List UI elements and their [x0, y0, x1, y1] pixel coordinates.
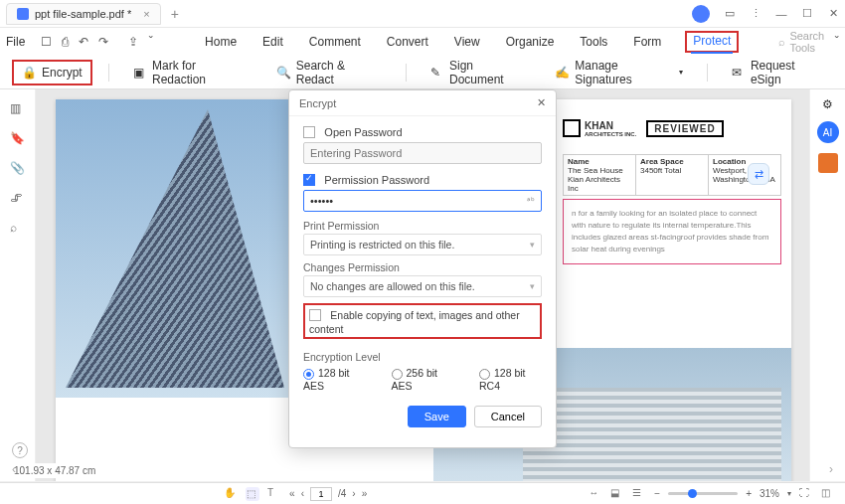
titlebar: ppt file-sample.pdf * × + ▭ ⋮ — ☐ ✕ — [0, 0, 845, 28]
left-sidebar: ▥ 🔖 📎 🖇 ⌕ — [0, 89, 36, 481]
menu-comment[interactable]: Comment — [307, 31, 363, 53]
enable-copying-checkbox[interactable] — [309, 309, 321, 321]
chevron-down-icon[interactable]: ˇ — [148, 34, 153, 50]
app-badge[interactable] — [818, 153, 838, 173]
last-page-button[interactable]: » — [362, 488, 368, 499]
encryption-level-label: Encryption Level — [303, 351, 542, 363]
more-icon[interactable]: ⋮ — [750, 8, 761, 20]
menu-edit[interactable]: Edit — [260, 31, 285, 53]
select-tool-icon[interactable]: ⬚ — [246, 487, 259, 501]
window-icon[interactable]: ▭ — [724, 8, 736, 20]
scroll-right-button[interactable]: › — [829, 462, 833, 476]
fullscreen-icon[interactable]: ⛶ — [799, 487, 813, 501]
help-button[interactable]: ? — [12, 442, 28, 458]
esign-icon: ✉ — [732, 66, 745, 80]
search-placeholder: Search Tools — [789, 30, 824, 54]
cancel-button[interactable]: Cancel — [474, 406, 542, 427]
menubar: File ☐ ⎙ ↶ ↷ ⇪ ˇ Home Edit Comment Conve… — [0, 28, 845, 56]
fit-width-icon[interactable]: ↔ — [589, 487, 602, 501]
open-password-label: Open Password — [324, 126, 402, 138]
reading-mode-icon[interactable]: ☰ — [632, 487, 646, 501]
menu-expand-icon[interactable]: ˇ — [834, 34, 839, 50]
lock-icon: 🔒 — [22, 66, 36, 80]
search-panel-icon[interactable]: ⌕ — [10, 221, 26, 237]
minimize-button[interactable]: — — [775, 8, 787, 20]
thumbnails-icon[interactable]: ▥ — [10, 101, 26, 117]
redo-icon[interactable]: ↷ — [98, 34, 108, 50]
input-icon[interactable]: ᵃᵇ — [527, 196, 535, 206]
statusbar: ✋ ⬚ T « ‹ /4 › » ↔ ⬓ ☰ − + 31% ▾ ⛶ ◫ — [0, 482, 845, 504]
zoom-dropdown-icon[interactable]: ▾ — [787, 489, 791, 498]
encryption-128rc4-radio[interactable]: 128 bit RC4 — [479, 367, 542, 392]
encrypt-label: Encrypt — [42, 66, 83, 80]
menu-tools[interactable]: Tools — [578, 31, 609, 53]
document-tab[interactable]: ppt file-sample.pdf * × — [6, 3, 161, 25]
add-tab-button[interactable]: + — [171, 6, 179, 22]
permission-password-input[interactable]: •••••• ᵃᵇ — [303, 190, 542, 212]
file-menu[interactable]: File — [6, 35, 25, 49]
attachments-icon[interactable]: 📎 — [10, 161, 26, 177]
chevron-down-icon: ▾ — [530, 281, 535, 291]
bookmarks-icon[interactable]: 🔖 — [10, 131, 26, 147]
fit-page-icon[interactable]: ⬓ — [610, 487, 624, 501]
menu-protect[interactable]: Protect — [691, 30, 733, 54]
search-tools[interactable]: ⌕ Search Tools — [778, 30, 824, 54]
search-redact-button[interactable]: 🔍 Search & Redact — [268, 55, 390, 90]
changes-permission-label: Changes Permission — [303, 261, 542, 273]
close-window-button[interactable]: ✕ — [827, 8, 839, 20]
permission-password-checkbox[interactable] — [303, 174, 315, 186]
dialog-close-button[interactable]: ✕ — [537, 96, 546, 109]
undo-icon[interactable]: ↶ — [79, 34, 88, 50]
save-button[interactable]: Save — [408, 406, 466, 427]
open-password-checkbox[interactable] — [303, 126, 315, 138]
chevron-down-icon: ▾ — [679, 68, 683, 77]
settings-icon[interactable]: ⚙ — [822, 97, 833, 111]
share-icon[interactable]: ⇪ — [128, 34, 138, 50]
request-esign-label: Request eSign — [751, 59, 825, 86]
zoom-out-button[interactable]: − — [654, 488, 660, 499]
mark-redaction-label: Mark for Redaction — [152, 59, 249, 86]
dialog-title: Encrypt — [299, 97, 336, 109]
zoom-in-button[interactable]: + — [746, 488, 752, 499]
page-total: /4 — [338, 488, 346, 499]
changes-permission-select[interactable]: No changes are allowed on this file.▾ — [303, 275, 542, 297]
menu-organize[interactable]: Organize — [504, 31, 557, 53]
user-avatar[interactable] — [692, 5, 710, 23]
hand-tool-icon[interactable]: ✋ — [224, 487, 238, 501]
layout-icon[interactable]: ◫ — [821, 487, 835, 501]
brand-name: KHAN — [585, 120, 636, 131]
print-permission-select[interactable]: Printing is restricted on this file.▾ — [303, 234, 542, 255]
print-permission-label: Print Permission — [303, 220, 542, 232]
sign-document-label: Sign Document — [449, 59, 527, 86]
menu-home[interactable]: Home — [203, 31, 239, 53]
share-floating-button[interactable]: ⇄ — [748, 163, 769, 185]
print-icon[interactable]: ⎙ — [62, 34, 69, 50]
first-page-button[interactable]: « — [289, 488, 295, 499]
menu-view[interactable]: View — [452, 31, 482, 53]
close-tab-icon[interactable]: × — [143, 8, 149, 20]
open-icon[interactable]: ☐ — [41, 34, 52, 50]
scroll-left-button[interactable]: ‹ — [12, 462, 16, 476]
page-input[interactable] — [310, 487, 332, 501]
clip-icon[interactable]: 🖇 — [10, 191, 26, 207]
ai-badge[interactable]: AI — [817, 121, 839, 143]
request-esign-button[interactable]: ✉ Request eSign — [724, 55, 833, 90]
chevron-down-icon: ▾ — [530, 240, 535, 250]
menu-convert[interactable]: Convert — [385, 31, 430, 53]
mark-redaction-button[interactable]: ▣ Mark for Redaction — [125, 55, 256, 90]
encryption-128aes-radio[interactable]: 128 bit AES — [303, 367, 366, 392]
prev-page-button[interactable]: ‹ — [301, 488, 304, 499]
redaction-icon: ▣ — [133, 66, 146, 80]
permission-password-label: Permission Password — [324, 174, 429, 186]
next-page-button[interactable]: › — [352, 488, 355, 499]
manage-signatures-button[interactable]: ✍ Manage Signatures ▾ — [547, 55, 690, 90]
text-tool-icon[interactable]: T — [267, 487, 281, 501]
maximize-button[interactable]: ☐ — [801, 8, 813, 20]
zoom-slider[interactable] — [668, 492, 738, 495]
encrypt-button[interactable]: 🔒 Encrypt — [12, 60, 92, 85]
encryption-256aes-radio[interactable]: 256 bit AES — [392, 367, 454, 392]
menu-form[interactable]: Form — [631, 31, 663, 53]
open-password-input — [303, 142, 542, 164]
sign-document-button[interactable]: ✎ Sign Document — [422, 55, 536, 90]
tab-title: ppt file-sample.pdf * — [35, 8, 131, 20]
